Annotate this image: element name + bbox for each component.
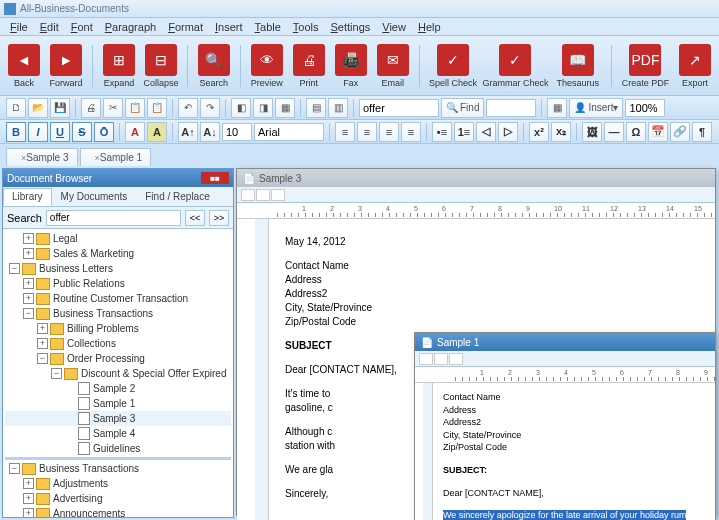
expand-toggle[interactable]: + (37, 323, 48, 334)
browser-tab-library[interactable]: Library (3, 188, 52, 206)
tree-node[interactable]: −Discount & Special Offer Expired (5, 366, 231, 381)
menu-file[interactable]: File (4, 19, 34, 35)
new-button[interactable]: 🗋 (6, 98, 26, 118)
menu-paragraph[interactable]: Paragraph (99, 19, 162, 35)
subscript-button[interactable]: x₂ (551, 122, 571, 142)
tree-node[interactable]: −Business Transactions (5, 306, 231, 321)
forward-button[interactable]: ►Forward (48, 44, 84, 88)
number-list-button[interactable]: 1≡ (454, 122, 474, 142)
mini-btn[interactable] (241, 189, 255, 201)
search-button[interactable]: 🔍Search (196, 44, 232, 88)
zoom-select[interactable] (625, 99, 665, 117)
menu-table[interactable]: Table (249, 19, 287, 35)
save-button[interactable]: 💾 (50, 98, 70, 118)
tree-node[interactable]: Sample 1 (5, 396, 231, 411)
expand-toggle[interactable]: + (23, 233, 34, 244)
menu-view[interactable]: View (376, 19, 412, 35)
tree-node[interactable]: +Adjustments (5, 476, 231, 491)
cut-button[interactable]: ✂ (103, 98, 123, 118)
find-button[interactable]: 🔍Find (441, 98, 484, 118)
menu-help[interactable]: Help (412, 19, 447, 35)
redo-button[interactable]: ↷ (200, 98, 220, 118)
misc-button-3[interactable]: ▦ (275, 98, 295, 118)
expand-toggle[interactable]: + (23, 508, 34, 517)
menu-format[interactable]: Format (162, 19, 209, 35)
tree-node[interactable]: −Business Transactions (5, 461, 231, 476)
menu-insert[interactable]: Insert (209, 19, 249, 35)
tree-node[interactable]: +Collections (5, 336, 231, 351)
tree-node[interactable]: −Order Processing (5, 351, 231, 366)
tree-node[interactable]: −Business Letters (5, 261, 231, 276)
email-button[interactable]: ✉Email (375, 44, 411, 88)
link-button[interactable]: 🔗 (670, 122, 690, 142)
overline-button[interactable]: Ō (94, 122, 114, 142)
expand-toggle[interactable]: + (23, 478, 34, 489)
mini-btn[interactable] (256, 189, 270, 201)
insert-button[interactable]: 👤Insert ▾ (569, 98, 623, 118)
font-name-select[interactable] (254, 123, 324, 141)
expand-toggle[interactable]: + (37, 338, 48, 349)
expand-toggle[interactable]: + (23, 493, 34, 504)
undo-button[interactable]: ↶ (178, 98, 198, 118)
tree-node[interactable]: Guidelines (5, 441, 231, 456)
document-window-sample-1[interactable]: 📄Sample 1 12345678910111213141516 Contac… (414, 332, 716, 520)
tree-node[interactable]: +Billing Problems (5, 321, 231, 336)
hr-button[interactable]: — (604, 122, 624, 142)
menu-edit[interactable]: Edit (34, 19, 65, 35)
expand-toggle[interactable]: − (9, 263, 20, 274)
collapse-button[interactable]: ⊟Collapse (143, 44, 179, 88)
expand-toggle[interactable]: − (9, 463, 20, 474)
find-scope-select[interactable] (486, 99, 536, 117)
find-input[interactable] (359, 99, 439, 117)
preview-button[interactable]: 👁Preview (249, 44, 285, 88)
highlight-button[interactable]: A (147, 122, 167, 142)
symbol-button[interactable]: Ω (626, 122, 646, 142)
grow-font-button[interactable]: A↑ (178, 122, 198, 142)
close-panel-button[interactable]: ■■ (201, 172, 229, 184)
indent-button[interactable]: ▷ (498, 122, 518, 142)
export-button[interactable]: ↗Export (677, 44, 713, 88)
paste-button[interactable]: 📋 (147, 98, 167, 118)
print-button[interactable]: 🖨 (81, 98, 101, 118)
font-color-button[interactable]: A (125, 122, 145, 142)
menu-tools[interactable]: Tools (287, 19, 325, 35)
expand-toggle[interactable]: + (23, 278, 34, 289)
expand-toggle[interactable]: − (37, 353, 48, 364)
strike-button[interactable]: S (72, 122, 92, 142)
mini-btn[interactable] (449, 353, 463, 365)
table-button[interactable]: ▦ (547, 98, 567, 118)
print-button[interactable]: 🖨Print (291, 44, 327, 88)
outdent-button[interactable]: ◁ (476, 122, 496, 142)
bullet-list-button[interactable]: •≡ (432, 122, 452, 142)
font-size-select[interactable] (222, 123, 252, 141)
tree-node[interactable]: +Sales & Marketing (5, 246, 231, 261)
misc-button-1[interactable]: ◧ (231, 98, 251, 118)
copy-button[interactable]: 📋 (125, 98, 145, 118)
spell-check-button[interactable]: ✓Spell Check (428, 44, 479, 88)
underline-button[interactable]: U (50, 122, 70, 142)
mini-btn[interactable] (271, 189, 285, 201)
document-content[interactable]: Contact NameAddressAddress2City, State/P… (415, 383, 715, 520)
misc-button-2[interactable]: ◨ (253, 98, 273, 118)
image-button[interactable]: 🖼 (582, 122, 602, 142)
thesaurus-button[interactable]: 📖Thesaurus (552, 44, 603, 88)
tree-node[interactable]: Sample 4 (5, 426, 231, 441)
close-tab-icon[interactable]: × (21, 153, 26, 163)
doc-window-title[interactable]: 📄Sample 1 (415, 333, 715, 351)
expand-toggle[interactable]: + (23, 293, 34, 304)
bold-button[interactable]: B (6, 122, 26, 142)
expand-toggle[interactable]: − (51, 368, 62, 379)
expand-button[interactable]: ⊞Expand (101, 44, 137, 88)
create-pdf-button[interactable]: PDFCreate PDF (620, 44, 671, 88)
shrink-font-button[interactable]: A↓ (200, 122, 220, 142)
tab-sample-1[interactable]: × Sample 1 (80, 148, 152, 166)
browser-tab-my-documents[interactable]: My Documents (52, 188, 137, 206)
browser-tab-find---replace[interactable]: Find / Replace (136, 188, 218, 206)
search-prev-button[interactable]: << (185, 210, 205, 226)
tree-node[interactable]: Sample 3 (5, 411, 231, 426)
document-tree[interactable]: +Legal+Sales & Marketing−Business Letter… (3, 229, 233, 517)
tree-node[interactable]: +Announcements (5, 506, 231, 517)
expand-toggle[interactable]: − (23, 308, 34, 319)
align-justify-button[interactable]: ≡ (401, 122, 421, 142)
back-button[interactable]: ◄Back (6, 44, 42, 88)
